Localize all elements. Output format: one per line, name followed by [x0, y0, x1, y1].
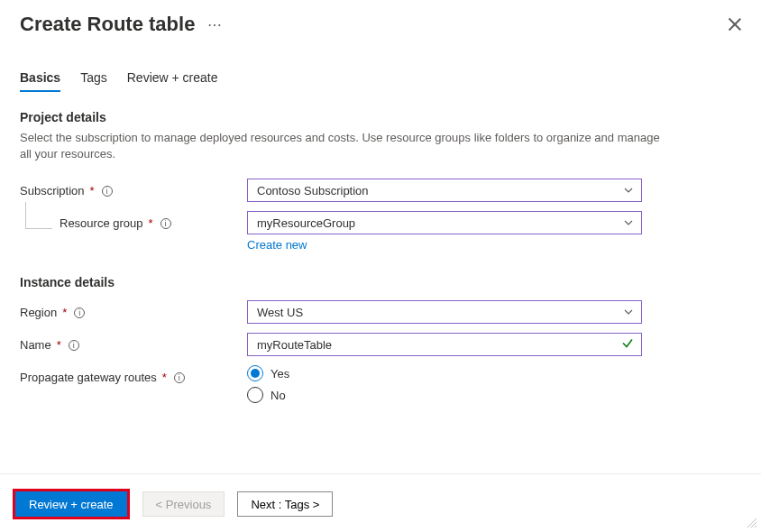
create-new-link[interactable]: Create new — [247, 238, 307, 252]
previous-button: < Previous — [142, 491, 225, 517]
page-title: Create Route table — [20, 13, 195, 36]
info-icon[interactable]: i — [160, 218, 171, 229]
tab-basics[interactable]: Basics — [20, 70, 60, 92]
instance-details-heading: Instance details — [20, 275, 741, 289]
propagate-radio-yes[interactable]: Yes — [247, 365, 642, 381]
required-indicator: * — [62, 306, 67, 319]
resource-group-label: Resource group* i — [60, 211, 171, 230]
more-options-icon[interactable]: ⋯ — [207, 16, 223, 33]
chevron-down-icon — [623, 217, 634, 228]
info-icon[interactable]: i — [174, 372, 185, 383]
tab-tags[interactable]: Tags — [80, 70, 107, 92]
tab-review-create[interactable]: Review + create — [127, 70, 218, 92]
name-label: Name* i — [20, 333, 247, 352]
name-input[interactable]: myRouteTable — [247, 333, 642, 356]
radio-label: No — [270, 389, 286, 402]
region-label: Region* i — [20, 300, 247, 319]
project-details-description: Select the subscription to manage deploy… — [20, 130, 669, 162]
info-icon[interactable]: i — [102, 186, 113, 197]
required-indicator: * — [162, 371, 167, 384]
region-select[interactable]: West US — [247, 300, 642, 324]
required-indicator: * — [57, 338, 61, 352]
chevron-down-icon — [623, 307, 634, 317]
radio-label: Yes — [270, 367, 289, 381]
required-indicator: * — [149, 216, 153, 230]
valid-check-icon — [621, 337, 634, 353]
next-button[interactable]: Next : Tags > — [237, 491, 333, 517]
propagate-radio-no[interactable]: No — [247, 387, 642, 403]
subscription-label: Subscription* i — [20, 179, 247, 197]
review-create-button[interactable]: Review + create — [15, 491, 127, 517]
resize-handle-icon[interactable] — [747, 518, 757, 528]
highlight-box: Review + create — [13, 489, 130, 519]
info-icon[interactable]: i — [69, 340, 79, 351]
radio-icon — [247, 365, 263, 381]
close-icon[interactable] — [729, 18, 741, 31]
chevron-down-icon — [623, 185, 634, 196]
info-icon[interactable]: i — [74, 307, 85, 318]
radio-icon — [247, 387, 263, 403]
project-details-heading: Project details — [20, 110, 741, 124]
resource-group-select[interactable]: myResourceGroup — [247, 211, 642, 234]
required-indicator: * — [90, 184, 95, 197]
propagate-label: Propagate gateway routes* i — [20, 365, 247, 384]
tree-connector — [25, 202, 52, 229]
subscription-select[interactable]: Contoso Subscription — [247, 179, 642, 202]
tab-bar: Basics Tags Review + create — [20, 70, 741, 92]
footer-divider — [0, 473, 761, 474]
